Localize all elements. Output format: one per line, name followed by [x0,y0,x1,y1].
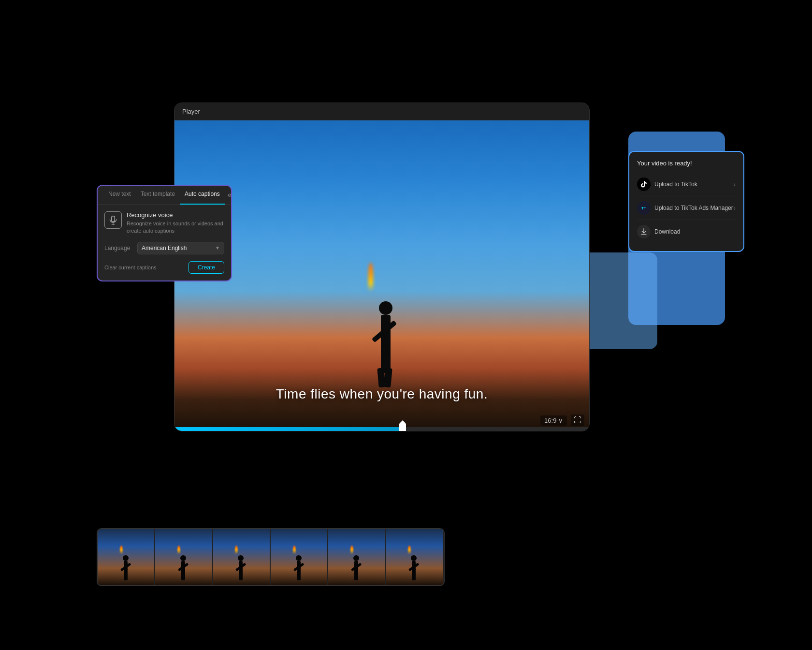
chevron-down-icon: ∨ [558,417,563,424]
clear-captions-button[interactable]: Clear current captions [104,265,157,270]
aspect-ratio-button[interactable]: 16:9 ∨ [540,415,567,426]
svg-rect-0 [112,216,115,222]
film-frame-2 [155,529,213,585]
torch-flame [368,263,375,292]
captions-body: Recognize voice Recognize voice in sound… [98,205,231,281]
film-frame-6 [386,529,444,585]
tiktok-ads-icon: TT [637,201,651,215]
upload-tiktok-ads-label: Upload to TikTok Ads Manager [654,205,733,211]
film-frame-5 [328,529,386,585]
person-leg-right [384,368,392,387]
film-frame-3 [213,529,271,585]
upload-tiktok-item[interactable]: Upload to TikTok › [637,173,736,196]
language-row: Language American English ▼ [104,242,224,254]
timeline-marker[interactable] [399,423,406,431]
language-value: American English [142,245,187,251]
film-frame-1 [98,529,155,585]
player-video-area: Time flies when you're having fun. 16:9 … [174,120,589,431]
person-body [381,315,391,373]
recognize-voice-row: Recognize voice Recognize voice in sound… [104,211,224,235]
player-title: Player [182,108,200,115]
create-captions-button[interactable]: Create [188,261,224,274]
upload-tiktok-ads-item[interactable]: TT Upload to TikTok Ads Manager › [637,196,736,220]
timeline-bar[interactable] [174,427,589,431]
tiktok-icon [637,177,651,191]
recognize-voice-text: Recognize voice Recognize voice in sound… [127,211,224,235]
player-window: Player Time flies when you're having fun… [174,103,590,431]
film-frame-4 [271,529,328,585]
video-caption: Time flies when you're having fun. [174,386,589,402]
recognize-voice-icon [104,211,122,229]
tab-collapse-icon[interactable]: « [225,186,232,204]
video-ready-panel: Your video is ready! Upload to TikTok › … [628,151,744,252]
fullscreen-button[interactable]: ⛶ [571,414,584,426]
filmstrip [97,528,445,586]
video-ready-title: Your video is ready! [637,160,736,167]
chevron-right-icon: › [733,180,736,188]
download-label: Download [654,228,680,235]
chevron-down-icon: ▼ [215,245,220,251]
tab-text-template[interactable]: Text template [136,186,180,204]
blue-decoration-bottom [580,252,657,349]
download-item[interactable]: Download [637,220,736,243]
timeline-progress [174,427,403,431]
language-select[interactable]: American English ▼ [137,242,224,254]
upload-tiktok-label: Upload to TikTok [654,181,697,188]
download-icon [637,225,651,238]
auto-captions-panel: New text Text template Auto captions « R… [97,185,232,281]
captions-tabs: New text Text template Auto captions « [98,186,231,205]
tab-auto-captions[interactable]: Auto captions [180,186,225,205]
video-background: Time flies when you're having fun. 16:9 … [174,120,589,431]
person-silhouette [366,276,405,373]
player-title-bar: Player [174,103,589,120]
language-label: Language [104,245,133,251]
captions-actions: Clear current captions Create [104,261,224,274]
tab-new-text[interactable]: New text [103,186,136,204]
flame [368,263,373,292]
chevron-right-icon-ads: › [733,204,736,212]
controls-bar: 16:9 ∨ ⛶ [540,414,584,426]
person-head [379,301,392,315]
